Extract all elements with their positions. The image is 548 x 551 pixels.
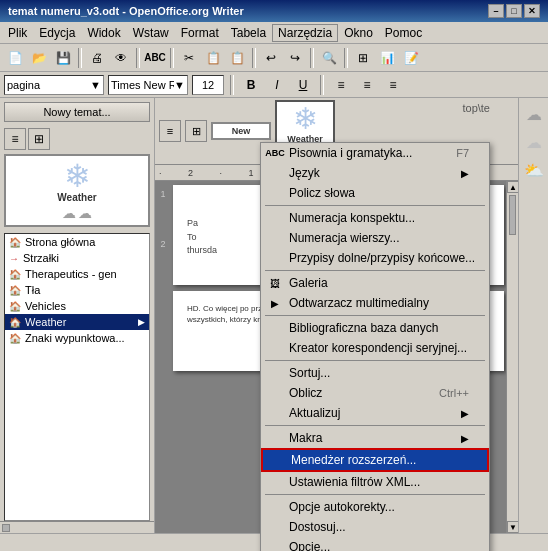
- underline-button[interactable]: U: [292, 74, 314, 96]
- menu-format[interactable]: Format: [175, 24, 225, 42]
- open-button[interactable]: 📂: [28, 47, 50, 69]
- page-num-2: 2: [160, 239, 165, 249]
- menu-item-sortuj[interactable]: Sortuj...: [261, 363, 489, 383]
- menu-kreator-label: Kreator korespondencji seryjnej...: [289, 341, 467, 355]
- preview-weather-label: Weather: [57, 192, 96, 203]
- spell-button[interactable]: ABC: [144, 47, 166, 69]
- toolbar-sep-format: [230, 75, 234, 95]
- menu-plik[interactable]: Plik: [2, 24, 33, 42]
- weather-sub-icons: ☁ ☁: [62, 205, 92, 221]
- menu-okno[interactable]: Okno: [338, 24, 379, 42]
- menu-widok[interactable]: Widok: [81, 24, 126, 42]
- grid-view-button[interactable]: ⊞: [28, 128, 50, 150]
- menu-item-bibliograficzna[interactable]: Bibliograficzna baza danych: [261, 318, 489, 338]
- menu-item-aktualizuj[interactable]: Aktualizuj ▶: [261, 403, 489, 423]
- copy-button[interactable]: 📋: [202, 47, 224, 69]
- menu-item-policz[interactable]: Policz słowa: [261, 183, 489, 203]
- menu-numeracja-wierszy-label: Numeracja wierszy...: [289, 231, 399, 245]
- menu-item-jezyk[interactable]: Język ▶: [261, 163, 489, 183]
- style-item-tla[interactable]: 🏠 Tła: [5, 282, 149, 298]
- weather-icon-cloud1: ☁: [522, 102, 546, 126]
- view-toggle: ≡ ⊞: [0, 126, 154, 152]
- style-item-znaki[interactable]: 🏠 Znaki wypunktowa...: [5, 330, 149, 346]
- styles-panel: Nowy temat... ≡ ⊞ ❄ Weather ☁ ☁ 🏠 Strona…: [0, 98, 155, 533]
- title-bar: temat numeru_v3.odt - OpenOffice.org Wri…: [0, 0, 548, 22]
- style-icon-tla: 🏠: [9, 285, 21, 296]
- view-toggle-btn[interactable]: ≡: [159, 120, 181, 142]
- toolbar-formatting: pagina ▼ Times New R ▼ 12 B I U ≡ ≡ ≡: [0, 72, 548, 98]
- toolbar-sep-3: [170, 48, 174, 68]
- menu-item-menedzer[interactable]: Menedżer rozszerzeń...: [261, 448, 489, 472]
- cut-button[interactable]: ✂: [178, 47, 200, 69]
- chart-button[interactable]: 📊: [376, 47, 398, 69]
- weather-icon-cloud2: ☁: [522, 130, 546, 154]
- toolbar-sep-2: [136, 48, 140, 68]
- weather-preview-box[interactable]: ❄ Weather ☁ ☁: [4, 154, 150, 227]
- menu-opcje-label: Opcje...: [289, 540, 330, 551]
- preview-button[interactable]: 👁: [110, 47, 132, 69]
- undo-button[interactable]: ↩: [260, 47, 282, 69]
- menu-item-kreator[interactable]: Kreator korespondencji seryjnej...: [261, 338, 489, 358]
- menu-edycja[interactable]: Edycja: [33, 24, 81, 42]
- menu-item-przypisy[interactable]: Przypisy dolne/przypisy końcowe...: [261, 248, 489, 268]
- new-preview-item[interactable]: New: [211, 122, 271, 140]
- save-button[interactable]: 💾: [52, 47, 74, 69]
- menu-menedzer-label: Menedżer rozszerzeń...: [291, 453, 416, 467]
- menu-numeracja-konspektu-label: Numeracja konspektu...: [289, 211, 415, 225]
- font-selector[interactable]: Times New R ▼: [108, 75, 188, 95]
- align-left-button[interactable]: ≡: [330, 74, 352, 96]
- table-button[interactable]: ⊞: [352, 47, 374, 69]
- font-size-selector[interactable]: 12: [192, 75, 224, 95]
- menu-wstaw[interactable]: Wstaw: [127, 24, 175, 42]
- draw-button[interactable]: 📝: [400, 47, 422, 69]
- list-view-button[interactable]: ≡: [4, 128, 26, 150]
- spell-menu-icon: ABC: [267, 145, 283, 161]
- align-right-button[interactable]: ≡: [382, 74, 404, 96]
- weather-icon-partly-cloudy: ⛅: [522, 158, 546, 182]
- menu-item-oblicz[interactable]: Oblicz Ctrl++: [261, 383, 489, 403]
- menu-narzedzia[interactable]: Narzędzia: [272, 24, 338, 42]
- minimize-button[interactable]: –: [488, 4, 504, 18]
- menu-item-makra[interactable]: Makra ▶: [261, 428, 489, 448]
- style-item-strona[interactable]: 🏠 Strona główna: [5, 234, 149, 250]
- menu-item-numeracja-wierszy[interactable]: Numeracja wierszy...: [261, 228, 489, 248]
- panel-scrollbar-h[interactable]: [0, 521, 154, 533]
- style-selector[interactable]: pagina ▼: [4, 75, 104, 95]
- menu-item-pisownia[interactable]: ABC Pisownia i gramatyka... F7: [261, 143, 489, 163]
- style-item-vehicles[interactable]: 🏠 Vehicles: [5, 298, 149, 314]
- scroll-down-button[interactable]: ▼: [507, 521, 518, 533]
- style-item-therapeutics[interactable]: 🏠 Therapeutics - gen: [5, 266, 149, 282]
- menu-oblicz-label: Oblicz: [289, 386, 322, 400]
- menu-tabela[interactable]: Tabela: [225, 24, 272, 42]
- style-icon-strzalki: →: [9, 253, 19, 264]
- menu-item-galeria[interactable]: 🖼 Galeria: [261, 273, 489, 293]
- scroll-thumb[interactable]: [509, 195, 516, 235]
- menu-item-autokorekty[interactable]: Opcje autokorekty...: [261, 497, 489, 517]
- doc-scrollbar-v[interactable]: ▲ ▼: [506, 181, 518, 533]
- menu-pomoc[interactable]: Pomoc: [379, 24, 428, 42]
- close-button[interactable]: ✕: [524, 4, 540, 18]
- redo-button[interactable]: ↪: [284, 47, 306, 69]
- scroll-up-button[interactable]: ▲: [507, 181, 518, 193]
- find-button[interactable]: 🔍: [318, 47, 340, 69]
- grid-toggle-btn[interactable]: ⊞: [185, 120, 207, 142]
- bold-button[interactable]: B: [240, 74, 262, 96]
- menu-item-odtwarzacz[interactable]: ▶ Odtwarzacz multimedialny: [261, 293, 489, 313]
- menu-makra-label: Makra: [289, 431, 322, 445]
- menu-item-opcje[interactable]: Opcje...: [261, 537, 489, 551]
- menu-makra-arrow: ▶: [461, 433, 469, 444]
- menu-item-dostosuj[interactable]: Dostosuj...: [261, 517, 489, 537]
- menu-item-numeracja-konspektu[interactable]: Numeracja konspektu...: [261, 208, 489, 228]
- print-button[interactable]: 🖨: [86, 47, 108, 69]
- style-item-weather[interactable]: 🏠 Weather ▶: [5, 314, 149, 330]
- menu-item-ustawienia-filtrow[interactable]: Ustawienia filtrów XML...: [261, 472, 489, 492]
- menu-bibliograficzna-label: Bibliograficzna baza danych: [289, 321, 438, 335]
- new-style-button[interactable]: Nowy temat...: [4, 102, 150, 122]
- style-item-strzalki[interactable]: → Strzałki: [5, 250, 149, 266]
- italic-button[interactable]: I: [266, 74, 288, 96]
- paste-button[interactable]: 📋: [226, 47, 248, 69]
- new-doc-button[interactable]: 📄: [4, 47, 26, 69]
- align-center-button[interactable]: ≡: [356, 74, 378, 96]
- panel-scroll-thumb[interactable]: [2, 524, 10, 532]
- maximize-button[interactable]: □: [506, 4, 522, 18]
